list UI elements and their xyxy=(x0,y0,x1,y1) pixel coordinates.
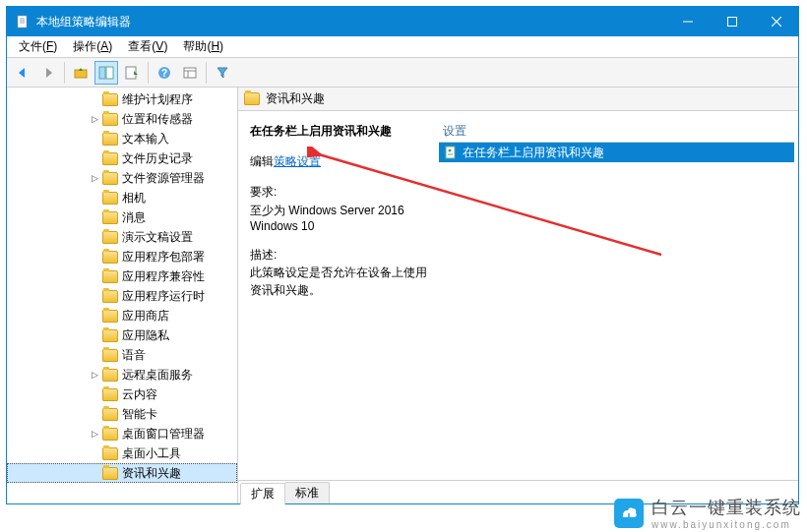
tree-item[interactable]: 维护计划程序 xyxy=(7,89,237,109)
tree-item[interactable]: ▷文件资源管理器 xyxy=(7,168,237,188)
menu-file[interactable]: 文件(F) xyxy=(11,36,65,57)
close-button[interactable] xyxy=(754,7,798,36)
right-body: 在任务栏上启用资讯和兴趣 编辑策略设置 要求: 至少为 Windows Serv… xyxy=(238,111,798,480)
tree-item[interactable]: 应用程序运行时 xyxy=(7,286,237,306)
folder-icon xyxy=(102,310,118,323)
menu-view[interactable]: 查看(V) xyxy=(120,36,175,57)
requirements-text: 至少为 Windows Server 2016 Windows 10 xyxy=(250,203,431,233)
folder-icon xyxy=(102,467,118,480)
up-folder-button[interactable] xyxy=(69,61,93,85)
expand-spacer xyxy=(89,270,100,282)
folder-icon xyxy=(102,152,118,165)
tree-item[interactable]: 资讯和兴趣 xyxy=(7,463,237,483)
tree-item-label: 应用程序运行时 xyxy=(122,288,205,305)
show-tree-button[interactable] xyxy=(94,61,118,85)
tree-item[interactable]: 语音 xyxy=(7,345,237,365)
requirements-label: 要求: xyxy=(250,184,431,201)
policy-icon xyxy=(443,145,459,160)
help-button[interactable]: ? xyxy=(153,61,176,85)
properties-button[interactable] xyxy=(178,61,202,85)
expand-spacer xyxy=(89,93,100,105)
menu-action[interactable]: 操作(A) xyxy=(65,36,120,57)
tree-item-label: 相机 xyxy=(122,190,146,207)
tree-item-label: 维护计划程序 xyxy=(122,91,193,108)
tree-item[interactable]: 智能卡 xyxy=(7,404,237,424)
edit-policy-link[interactable]: 策略设置 xyxy=(274,154,321,168)
tree-item-label: 演示文稿设置 xyxy=(122,229,193,246)
tree-item[interactable]: ▷位置和传感器 xyxy=(7,109,237,129)
expand-spacer xyxy=(89,192,100,204)
expand-icon[interactable]: ▷ xyxy=(89,428,100,440)
folder-icon xyxy=(102,270,118,283)
tree-item[interactable]: 桌面小工具 xyxy=(7,443,237,463)
tree-panel[interactable]: 维护计划程序▷位置和传感器文本输入文件历史记录▷文件资源管理器相机消息演示文稿设… xyxy=(7,88,238,503)
edit-line: 编辑策略设置 xyxy=(250,153,431,170)
settings-column-header[interactable]: 设置 xyxy=(439,121,794,143)
folder-icon xyxy=(102,369,118,382)
minimize-button[interactable] xyxy=(665,7,710,36)
detail-pane: 在任务栏上启用资讯和兴趣 编辑策略设置 要求: 至少为 Windows Serv… xyxy=(242,121,439,476)
watermark: 白云一键重装系统 www.baiyunxitong.com xyxy=(614,496,801,530)
folder-icon xyxy=(102,133,118,146)
folder-icon xyxy=(102,192,118,205)
tree-item[interactable]: 应用程序兼容性 xyxy=(7,266,237,286)
tree-item[interactable]: 文本输入 xyxy=(7,129,237,148)
tree-item[interactable]: 消息 xyxy=(7,207,237,227)
settings-list: 设置 在任务栏上启用资讯和兴趣 xyxy=(439,121,794,476)
tree-item-label: 桌面窗口管理器 xyxy=(122,426,205,443)
expand-spacer xyxy=(89,310,100,322)
folder-icon xyxy=(102,211,118,224)
tree-item[interactable]: 应用程序包部署 xyxy=(7,247,237,266)
folder-icon xyxy=(102,428,118,441)
tree-item[interactable]: ▷桌面窗口管理器 xyxy=(7,424,237,443)
folder-icon xyxy=(102,290,118,303)
expand-icon[interactable]: ▷ xyxy=(89,172,100,184)
window-title: 本地组策略编辑器 xyxy=(36,14,665,30)
folder-icon xyxy=(102,231,118,244)
tree-item-label: 资讯和兴趣 xyxy=(122,465,181,482)
tree-item-label: 文本输入 xyxy=(122,131,169,148)
tree-item[interactable]: ▷远程桌面服务 xyxy=(7,365,237,384)
tree-item-label: 语音 xyxy=(122,347,146,364)
folder-icon xyxy=(102,113,118,126)
separator xyxy=(206,62,207,84)
tree-item[interactable]: 相机 xyxy=(7,188,237,207)
description-text: 此策略设定是否允许在设备上使用资讯和兴趣。 xyxy=(250,264,431,299)
expand-icon[interactable]: ▷ xyxy=(89,369,100,381)
tree-item-label: 远程桌面服务 xyxy=(122,367,193,384)
folder-icon xyxy=(102,349,118,362)
tab-extended[interactable]: 扩展 xyxy=(240,483,285,504)
export-button[interactable] xyxy=(120,61,144,85)
tree-item-label: 桌面小工具 xyxy=(122,445,181,462)
tree-item-label: 智能卡 xyxy=(122,406,157,423)
tree-item-label: 文件历史记录 xyxy=(122,150,193,167)
right-header: 资讯和兴趣 xyxy=(238,88,798,111)
menubar: 文件(F) 操作(A) 查看(V) 帮助(H) xyxy=(7,36,798,58)
expand-spacer xyxy=(89,467,100,479)
tree-item[interactable]: 文件历史记录 xyxy=(7,148,237,168)
folder-icon xyxy=(244,92,260,105)
window-controls xyxy=(665,7,798,36)
tab-standard[interactable]: 标准 xyxy=(284,482,330,503)
expand-spacer xyxy=(89,251,100,263)
menu-help[interactable]: 帮助(H) xyxy=(175,36,231,57)
svg-rect-14 xyxy=(184,68,196,78)
right-panel: 资讯和兴趣 在任务栏上启用资讯和兴趣 编辑策略设置 要求: 至少为 Window… xyxy=(238,88,798,503)
tree-item-label: 位置和传感器 xyxy=(122,111,193,128)
tree-item[interactable]: 云内容 xyxy=(7,384,237,404)
tree-item[interactable]: 应用商店 xyxy=(7,306,237,325)
forward-button[interactable] xyxy=(36,61,60,85)
tree-item[interactable]: 演示文稿设置 xyxy=(7,227,237,247)
expand-spacer xyxy=(89,349,100,361)
back-button[interactable] xyxy=(11,61,34,85)
filter-button[interactable] xyxy=(211,61,234,85)
expand-spacer xyxy=(89,290,100,302)
svg-rect-5 xyxy=(727,18,736,27)
folder-icon xyxy=(102,93,118,106)
svg-point-18 xyxy=(449,149,452,152)
maximize-button[interactable] xyxy=(710,7,754,36)
expand-icon[interactable]: ▷ xyxy=(89,113,100,125)
tree-item[interactable]: 应用隐私 xyxy=(7,325,237,345)
settings-row[interactable]: 在任务栏上启用资讯和兴趣 xyxy=(439,143,794,162)
folder-icon xyxy=(102,388,118,401)
